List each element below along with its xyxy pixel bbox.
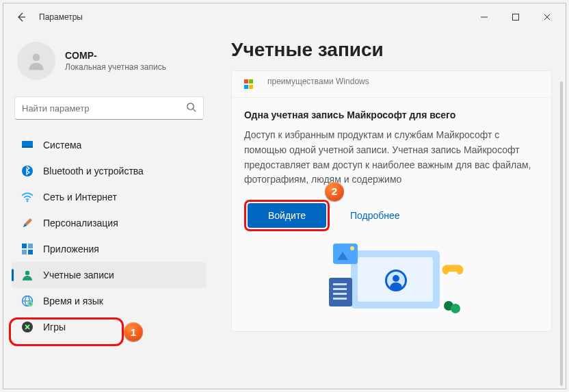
nav-item-accounts[interactable]: Учетные записи [12, 262, 207, 288]
display-icon [21, 139, 34, 151]
svg-rect-10 [28, 250, 33, 254]
avatar [17, 42, 55, 80]
brush-icon [21, 217, 34, 229]
panel-top-row[interactable]: преимуществами Windows [232, 71, 551, 97]
nav-item-time-language[interactable]: Время и язык [12, 288, 207, 314]
page-title: Учетные записи [231, 39, 552, 61]
card-description: Доступ к избранным продуктам и службам М… [244, 128, 539, 187]
scrollbar[interactable] [560, 81, 563, 386]
nav-label: Приложения [43, 244, 99, 254]
nav-label: Bluetooth и устройства [43, 166, 144, 177]
window-title: Параметры [39, 12, 83, 22]
nav-item-apps[interactable]: Приложения [12, 236, 207, 262]
svg-rect-7 [22, 244, 27, 248]
main-panel: Учетные записи преимуществами Windows Од… [215, 31, 566, 389]
window-controls [468, 6, 563, 28]
gamepad-icon [21, 321, 34, 333]
sidebar: COMP- Локальная учетная запись Система B… [3, 31, 215, 389]
wifi-icon [21, 191, 34, 203]
illustration [317, 244, 467, 319]
svg-rect-4 [22, 146, 33, 148]
close-button[interactable] [531, 6, 563, 28]
nav-item-system[interactable]: Система [12, 132, 207, 158]
annotation-marker-1: 1 [124, 322, 143, 341]
profile-block[interactable]: COMP- Локальная учетная запись [9, 36, 209, 91]
nav-label: Игры [43, 322, 66, 332]
globe-clock-icon [21, 295, 34, 307]
profile-account-type: Локальная учетная запись [65, 62, 166, 72]
bluetooth-icon [21, 165, 34, 177]
nav-label: Система [43, 140, 81, 151]
svg-point-2 [187, 103, 194, 109]
nav-item-bluetooth[interactable]: Bluetooth и устройства [12, 158, 207, 184]
svg-rect-0 [513, 14, 519, 21]
nav-label: Персонализация [43, 218, 118, 228]
title-bar: Параметры [3, 3, 566, 31]
person-icon [21, 269, 34, 281]
search-input[interactable] [22, 103, 172, 114]
nav-label: Время и язык [43, 296, 103, 306]
sign-in-button[interactable]: Войдите [248, 203, 326, 228]
nav-label: Учетные записи [43, 270, 114, 280]
annotation-marker-2: 2 [325, 182, 344, 201]
svg-rect-8 [28, 244, 33, 248]
nav-label: Сеть и Интернет [43, 192, 117, 202]
nav-item-personalization[interactable]: Персонализация [12, 210, 207, 236]
microsoft-icon [244, 79, 259, 89]
accounts-panel: преимуществами Windows Одна учетная запи… [231, 70, 552, 332]
minimize-button[interactable] [468, 6, 500, 28]
profile-name: COMP- [65, 50, 166, 61]
svg-point-11 [25, 271, 29, 275]
svg-point-1 [33, 53, 40, 61]
apps-icon [21, 243, 34, 255]
search-box[interactable] [14, 96, 204, 120]
settings-window: Параметры COMP- Локальная учетная запись [3, 3, 566, 389]
search-icon [186, 102, 196, 114]
maximize-button[interactable] [500, 6, 531, 28]
nav-item-gaming[interactable]: Игры [12, 314, 207, 340]
panel-top-text: преимуществами Windows [267, 77, 369, 86]
svg-point-6 [27, 200, 29, 202]
learn-more-link[interactable]: Подробнее [350, 210, 400, 221]
svg-rect-9 [22, 250, 27, 254]
back-button[interactable] [14, 10, 28, 24]
nav-list: Система Bluetooth и устройства Сеть и Ин… [9, 132, 209, 340]
annotation-highlight-signin: Войдите [244, 200, 330, 231]
card-title: Одна учетная запись Майкрософт для всего [244, 109, 539, 121]
nav-item-network[interactable]: Сеть и Интернет [12, 184, 207, 210]
